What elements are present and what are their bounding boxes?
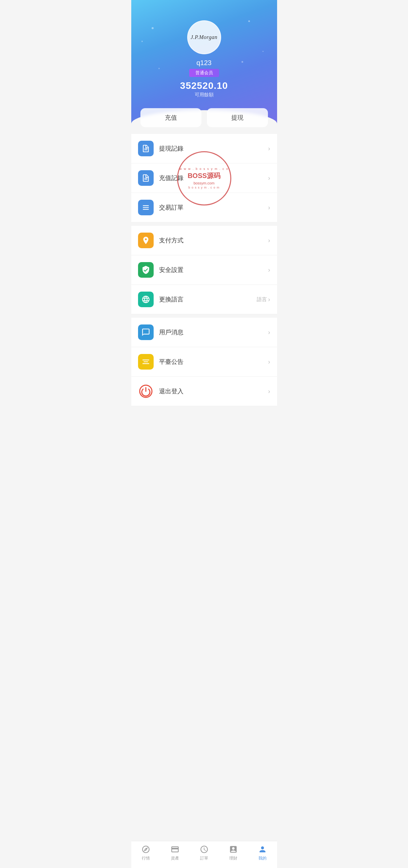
menu-item-logout[interactable]: 退出登入 › [131, 377, 277, 406]
change-language-chevron: › [268, 296, 270, 303]
trade-order-right: › [268, 204, 270, 211]
change-language-icon [138, 292, 154, 307]
menu-item-user-messages[interactable]: 用戶消息 › [131, 318, 277, 347]
username: q123 [131, 59, 277, 67]
trade-order-label: 交易訂單 [159, 203, 268, 212]
menu-group-2: 支付方式 › 安全設置 › [131, 226, 277, 314]
security-settings-right: › [268, 267, 270, 274]
menu-item-payment-method[interactable]: 支付方式 › [131, 226, 277, 255]
platform-notice-icon [138, 354, 154, 370]
menu-item-recharge-record[interactable]: 充值記錄 › [131, 163, 277, 193]
balance-label: 可用餘額 [131, 92, 277, 98]
change-language-right: 語言 › [257, 296, 270, 303]
recharge-record-right: › [268, 175, 270, 182]
menu-spacer-1 [131, 222, 277, 226]
member-badge: 普通会员 [189, 69, 219, 77]
recharge-record-chevron: › [268, 175, 270, 182]
menu-item-platform-notice[interactable]: 平臺公告 › [131, 347, 277, 377]
avatar: J.P.Morgan [187, 20, 221, 54]
security-settings-icon [138, 262, 154, 278]
payment-method-label: 支付方式 [159, 236, 268, 244]
avatar-text: J.P.Morgan [191, 34, 217, 40]
logout-label: 退出登入 [159, 387, 268, 395]
withdraw-button[interactable]: 提現 [207, 108, 268, 127]
menu-content: w w w . b o s s y m . c o BOSS源码 bossym.… [131, 134, 277, 413]
menu-group-3: 用戶消息 › 平臺公告 › [131, 318, 277, 406]
logout-icon [138, 383, 154, 399]
logout-chevron: › [268, 388, 270, 395]
platform-notice-label: 平臺公告 [159, 358, 268, 366]
change-language-label: 更換語言 [159, 295, 257, 303]
user-messages-label: 用戶消息 [159, 328, 268, 336]
menu-spacer-2 [131, 314, 277, 318]
user-messages-right: › [268, 329, 270, 336]
trade-order-icon [138, 200, 154, 215]
menu-group-1: w w w . b o s s y m . c o BOSS源码 bossym.… [131, 134, 277, 222]
withdraw-record-right: › [268, 145, 270, 152]
language-value: 語言 [257, 296, 267, 303]
recharge-button[interactable]: 充值 [140, 108, 201, 127]
menu-item-change-language[interactable]: 更換語言 語言 › [131, 285, 277, 314]
trade-order-chevron: › [268, 204, 270, 211]
hero-section: J.P.Morgan q123 普通会员 352520.10 可用餘額 充值 提… [131, 0, 277, 134]
user-messages-icon [138, 324, 154, 340]
security-settings-chevron: › [268, 267, 270, 274]
platform-notice-chevron: › [268, 358, 270, 366]
menu-item-withdraw-record[interactable]: 提現記錄 › [131, 134, 277, 163]
menu-item-trade-order[interactable]: 交易訂單 › [131, 193, 277, 222]
user-messages-chevron: › [268, 329, 270, 336]
withdraw-record-label: 提現記錄 [159, 144, 268, 153]
logout-right: › [268, 388, 270, 395]
menu-spacer-3 [131, 406, 277, 413]
security-settings-label: 安全設置 [159, 266, 268, 274]
payment-method-icon [138, 233, 154, 248]
payment-method-chevron: › [268, 237, 270, 244]
withdraw-record-chevron: › [268, 145, 270, 152]
menu-item-security-settings[interactable]: 安全設置 › [131, 255, 277, 285]
withdraw-record-icon [138, 141, 154, 156]
payment-method-right: › [268, 237, 270, 244]
recharge-record-label: 充值記錄 [159, 174, 268, 182]
recharge-record-icon [138, 170, 154, 186]
platform-notice-right: › [268, 358, 270, 366]
action-buttons-row: 充值 提現 [131, 108, 277, 134]
balance-amount: 352520.10 [131, 80, 277, 91]
